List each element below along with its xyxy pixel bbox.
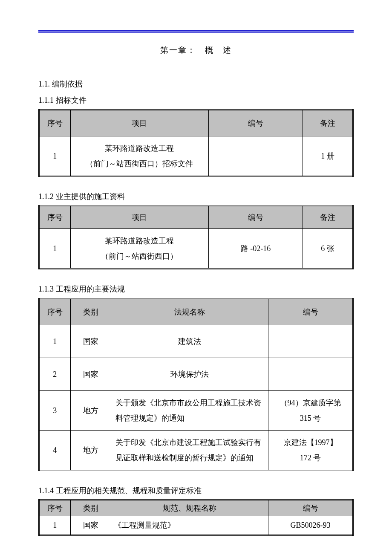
- cell-code: [268, 358, 353, 390]
- cell-note: 6 张: [303, 229, 353, 269]
- section-1-1-4: 1.1.4 工程应用的相关规范、规程和质量评定标准: [38, 484, 354, 497]
- cell-code: 京建法【1997】 172 号: [268, 430, 353, 470]
- th-name: 规范、规程名称: [111, 500, 268, 516]
- th-code: 编号: [208, 206, 303, 229]
- cell-seq: 1: [39, 136, 71, 176]
- cell-seq: 2: [39, 358, 71, 390]
- th-code: 编号: [208, 110, 303, 136]
- section-1-1-2: 1.1.2 业主提供的施工资料: [38, 190, 354, 203]
- cell-item-l2: （前门～站西街西口）招标文件: [86, 159, 193, 168]
- table-row: 3 地方 关于颁发《北京市市政公用工程施工技术资料管理规定》的通知 （94）京建…: [39, 390, 353, 430]
- cell-seq: 4: [39, 430, 71, 470]
- cell-item-l1: 某环路道路改造工程: [105, 237, 174, 245]
- cell-code: GB50026-93: [268, 516, 353, 535]
- table-row: 1 某环路道路改造工程 （前门～站西街西口）招标文件 1 册: [39, 136, 353, 176]
- th-seq: 序号: [39, 110, 71, 136]
- cell-cat: 国家: [70, 358, 111, 390]
- cell-code: （94）京建质字第 315 号: [268, 390, 353, 430]
- cell-code-l1: （94）京建质字第: [280, 399, 341, 407]
- rule-thick: [38, 30, 354, 32]
- cell-code: [268, 325, 353, 358]
- th-item: 项目: [70, 206, 208, 229]
- cell-item-l2: （前门～站西街西口）: [101, 252, 178, 260]
- table-row: 4 地方 关于印发《北京市建设工程施工试验实行有见证取样和送检制度的暂行规定》的…: [39, 430, 353, 470]
- cell-note: 1 册: [303, 136, 353, 176]
- section-1-1: 1.1. 编制依据: [38, 77, 354, 91]
- th-seq: 序号: [39, 206, 71, 229]
- cell-seq: 1: [39, 516, 71, 535]
- table-regulations: 序号 类别 法规名称 编号 1 国家 建筑法 2 国家 环境保护法 3 地方 关…: [38, 298, 354, 471]
- th-note: 备注: [303, 206, 353, 229]
- cell-cat: 国家: [70, 325, 111, 358]
- cell-seq: 1: [39, 229, 71, 269]
- table-standards: 序号 类别 规范、规程名称 编号 1 国家 《工程测量规范》 GB50026-9…: [38, 499, 354, 536]
- cell-name: 环境保护法: [111, 358, 268, 390]
- table-row: 1 国家 《工程测量规范》 GB50026-93: [39, 516, 353, 535]
- th-cat: 类别: [70, 500, 111, 516]
- cell-cat: 国家: [70, 516, 111, 535]
- rule-thin: [38, 32, 354, 33]
- chapter-title: 第一章： 概 述: [38, 45, 354, 56]
- header-rule: [38, 30, 354, 33]
- th-item: 项目: [70, 110, 208, 136]
- table-row: 1 国家 建筑法: [39, 325, 353, 358]
- cell-code: 路 -02-16: [208, 229, 303, 269]
- cell-code-l1: 京建法【1997】: [284, 438, 337, 447]
- th-seq: 序号: [39, 298, 71, 325]
- cell-item: 某环路道路改造工程 （前门～站西街西口）招标文件: [70, 136, 208, 176]
- section-1-1-1: 1.1.1 招标文件: [38, 93, 354, 107]
- th-note: 备注: [303, 110, 353, 136]
- cell-item-l1: 某环路道路改造工程: [105, 144, 174, 153]
- cell-item: 某环路道路改造工程 （前门～站西街西口）: [70, 229, 208, 269]
- table-header-row: 序号 类别 法规名称 编号: [39, 298, 353, 325]
- cell-seq: 1: [39, 325, 71, 358]
- cell-name: 关于印发《北京市建设工程施工试验实行有见证取样和送检制度的暂行规定》的通知: [111, 430, 268, 470]
- cell-code-l2: 172 号: [300, 454, 321, 462]
- th-seq: 序号: [39, 500, 71, 516]
- table-header-row: 序号 项目 编号 备注: [39, 206, 353, 229]
- table-tender-docs: 序号 项目 编号 备注 1 某环路道路改造工程 （前门～站西街西口）招标文件 1…: [38, 109, 354, 177]
- cell-cat: 地方: [70, 390, 111, 430]
- th-cat: 类别: [70, 298, 111, 325]
- th-name: 法规名称: [111, 298, 268, 325]
- cell-code-l2: 315 号: [300, 414, 321, 422]
- table-row: 2 国家 环境保护法: [39, 358, 353, 390]
- table-row: 1 某环路道路改造工程 （前门～站西街西口） 路 -02-16 6 张: [39, 229, 353, 269]
- cell-cat: 地方: [70, 430, 111, 470]
- cell-name: 关于颁发《北京市市政公用工程施工技术资料管理规定》的通知: [111, 390, 268, 430]
- section-1-1-3: 1.1.3 工程应用的主要法规: [38, 282, 354, 296]
- cell-code: [208, 136, 303, 176]
- cell-name: 建筑法: [111, 325, 268, 358]
- table-owner-docs: 序号 项目 编号 备注 1 某环路道路改造工程 （前门～站西街西口） 路 -02…: [38, 205, 354, 269]
- table-header-row: 序号 项目 编号 备注: [39, 110, 353, 136]
- table-header-row: 序号 类别 规范、规程名称 编号: [39, 500, 353, 516]
- cell-name: 《工程测量规范》: [111, 516, 268, 535]
- cell-seq: 3: [39, 390, 71, 430]
- th-code: 编号: [268, 500, 353, 516]
- th-code: 编号: [268, 298, 353, 325]
